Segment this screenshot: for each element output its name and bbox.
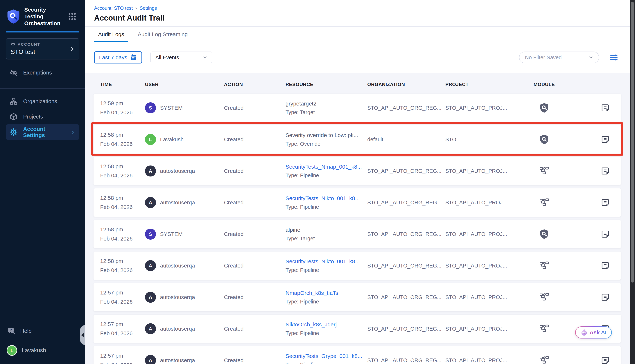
row-module (534, 292, 590, 302)
sidebar-item-exemptions[interactable]: Exemptions (6, 65, 79, 80)
ask-ai-button[interactable]: Ask AI (575, 326, 612, 338)
row-user: A autostouserqa (145, 292, 224, 303)
help-button[interactable]: ? Help (0, 324, 85, 338)
sidebar-item-label: Exemptions (23, 70, 52, 76)
row-action: Created (224, 294, 286, 300)
row-time: 12:58 pm Feb 04, 2026 (94, 164, 145, 178)
row-organization: STO_API_AUTO_ORG_REG... (367, 200, 445, 206)
help-chat-icon: ? (7, 327, 16, 335)
notes-icon (601, 167, 609, 175)
resource-type: Type: Pipeline (286, 268, 367, 273)
user-avatar: S (145, 228, 156, 240)
user-name-label: autostouserqa (160, 357, 195, 364)
account-selector[interactable]: ACCOUNT STO test (6, 38, 79, 60)
resource-type: Type: Target (286, 110, 367, 115)
table-row[interactable]: 12:58 pm Feb 04, 2026 L Lavakush Created… (94, 125, 621, 154)
row-notes[interactable] (590, 104, 621, 112)
resource-type: Type: Pipeline (286, 362, 367, 364)
resource-name: alpine (286, 227, 367, 233)
row-user: S SYSTEM (145, 102, 224, 114)
row-notes[interactable] (590, 230, 621, 238)
user-avatar: A (145, 323, 156, 334)
row-organization: STO_API_AUTO_ORG_REG... (367, 326, 445, 332)
table-row[interactable]: 12:58 pm Feb 04, 2026 A autostouserqa Cr… (94, 188, 621, 217)
events-filter-select[interactable]: All Events (150, 52, 212, 63)
resource-type: Type: Pipeline (286, 299, 367, 304)
user-name-label: SYSTEM (160, 105, 183, 111)
row-notes[interactable] (590, 293, 621, 302)
table-row[interactable]: 12:58 pm Feb 04, 2026 A autostouserqa Cr… (94, 252, 621, 280)
row-notes[interactable] (590, 167, 621, 175)
breadcrumb: Account: STO test › Settings (94, 5, 630, 11)
table-row[interactable]: 12:57 pm Feb 04, 2026 A autostouserqa Cr… (94, 315, 621, 343)
row-resource: SecurityTests_Nmap_001_k8... Type: Pipel… (286, 164, 367, 178)
scrollbar-thumb[interactable] (631, 2, 634, 282)
table-row[interactable]: 12:58 pm Feb 04, 2026 A autostouserqa Cr… (94, 157, 621, 185)
sidebar-nav: Exemptions Organizations (0, 65, 85, 140)
audit-table: TIME USER ACTION RESOURCE ORGANIZATION P… (85, 73, 630, 364)
user-avatar: A (145, 292, 156, 303)
row-time: 12:57 pm Feb 04, 2026 (94, 353, 145, 364)
tab-audit-logs[interactable]: Audit Logs (94, 26, 128, 42)
row-action: Created (224, 200, 286, 206)
row-user: S SYSTEM (145, 228, 224, 240)
row-module (534, 166, 590, 176)
row-project: STO_API_AUTO_PROJ... (445, 231, 534, 237)
row-resource: SecurityTests_Nikto_001_k8... Type: Pipe… (286, 196, 367, 210)
user-avatar: A (145, 166, 156, 176)
row-notes[interactable] (590, 198, 621, 207)
user-menu[interactable]: L Lavakush (0, 344, 85, 357)
chevron-right-icon (71, 130, 75, 134)
table-row[interactable]: 12:58 pm Feb 04, 2026 S SYSTEM Created a… (94, 220, 621, 248)
user-avatar: L (7, 345, 17, 356)
row-user: A autostouserqa (145, 355, 224, 364)
row-resource: SecurityTests_Nikto_001_k8... Type: Pipe… (286, 259, 367, 273)
saved-filter-select[interactable]: No Filter Saved (519, 52, 599, 63)
table-row[interactable]: 12:59 pm Feb 04, 2026 S SYSTEM Created g… (94, 94, 621, 122)
user-name-label: autostouserqa (160, 262, 195, 269)
ask-ai-label: Ask AI (590, 329, 606, 336)
collapse-sidebar-handle[interactable] (80, 325, 85, 345)
resource-name: SecurityTests_Grype_001_k8... (286, 353, 367, 359)
user-name-label: Lavakush (160, 136, 183, 142)
row-action: Created (224, 168, 286, 174)
row-notes[interactable] (590, 135, 621, 144)
sidebar-item-organizations[interactable]: Organizations (6, 94, 79, 109)
user-name-label: autostouserqa (160, 294, 195, 300)
sidebar-item-account-settings[interactable]: Account Settings (6, 124, 79, 140)
audit-rows: 12:59 pm Feb 04, 2026 S SYSTEM Created g… (94, 94, 621, 364)
row-module (534, 229, 590, 239)
row-time: 12:58 pm Feb 04, 2026 (94, 132, 145, 147)
row-notes[interactable] (590, 262, 621, 270)
gear-icon (10, 128, 18, 136)
column-header-resource: RESOURCE (286, 82, 367, 87)
breadcrumb-settings-link[interactable]: Settings (140, 5, 157, 11)
user-name: Lavakush (22, 347, 46, 354)
notes-icon (601, 356, 609, 364)
row-time: 12:57 pm Feb 04, 2026 (94, 322, 145, 336)
row-organization: STO_API_AUTO_ORG_REG... (367, 105, 445, 111)
breadcrumb-account-link[interactable]: Account: STO test (94, 5, 133, 11)
user-name-label: autostouserqa (160, 326, 195, 332)
resource-name: NmapOrch_k8s_tiaTs (286, 290, 367, 296)
resource-type: Type: Target (286, 236, 367, 241)
row-notes[interactable] (590, 356, 621, 364)
row-project: STO_API_AUTO_PROJ... (445, 105, 534, 111)
row-time: 12:58 pm Feb 04, 2026 (94, 227, 145, 242)
scrollbar-track[interactable] (630, 0, 635, 364)
module-grid-icon[interactable] (68, 13, 76, 20)
column-header-time: TIME (94, 82, 145, 87)
sidebar-item-projects[interactable]: Projects (6, 109, 79, 124)
table-row[interactable]: 12:57 pm Feb 04, 2026 A autostouserqa Cr… (94, 346, 621, 364)
sidebar: Security Testing Orchestration ACCOUNT S… (0, 0, 85, 364)
table-row[interactable]: 12:57 pm Feb 04, 2026 A autostouserqa Cr… (94, 283, 621, 311)
row-organization: STO_API_AUTO_ORG_REG... (367, 168, 445, 174)
module-icon (539, 356, 549, 364)
filter-sliders-icon[interactable] (609, 53, 618, 62)
tab-audit-log-streaming[interactable]: Audit Log Streaming (134, 26, 192, 42)
saved-filter-value: No Filter Saved (525, 54, 562, 60)
row-resource: alpine Type: Target (286, 227, 367, 241)
date-range-button[interactable]: Last 7 days (94, 51, 142, 64)
sidebar-item-label: Projects (23, 114, 43, 120)
row-resource: NiktoOrch_k8s_Jderj Type: Pipeline (286, 322, 367, 336)
